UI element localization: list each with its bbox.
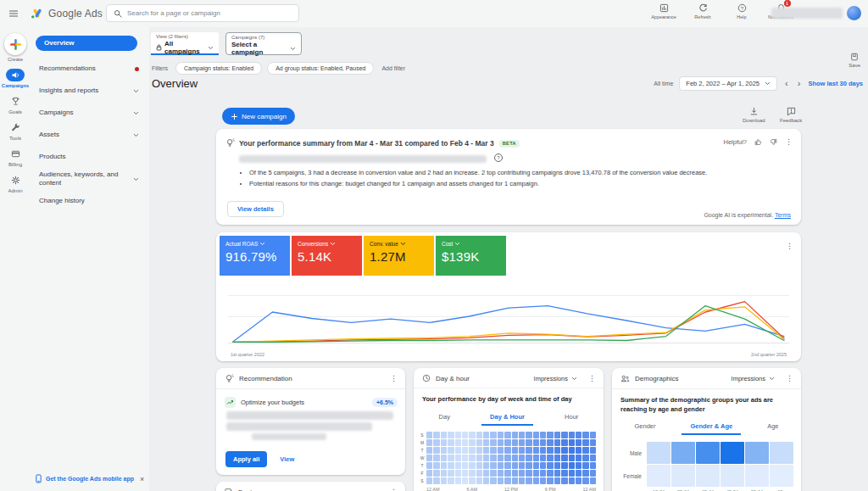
metric-tile-conversions[interactable]: Conversions5.14K [292, 236, 362, 276]
heatmap-cell[interactable] [426, 432, 432, 438]
heatmap-cell[interactable] [526, 432, 531, 438]
heatmap-cell[interactable] [561, 462, 567, 469]
heatmap-cell[interactable] [569, 447, 575, 454]
heatmap-cell[interactable] [569, 439, 575, 446]
apply-all-button[interactable]: Apply all [225, 451, 267, 467]
heatmap-cell[interactable] [533, 470, 539, 477]
heatmap-cell[interactable] [512, 432, 518, 438]
mobile-app-banner[interactable]: Get the Google Ads mobile app × [35, 474, 144, 483]
metric-tile-cost[interactable]: Cost$139K [436, 236, 506, 276]
heatmap-cell[interactable] [519, 470, 525, 477]
show-last-30-days-link[interactable]: Show last 30 days [808, 80, 863, 87]
sidenav-item-products[interactable]: Products [31, 146, 149, 168]
heatmap-cell[interactable] [519, 432, 525, 438]
heatmap-cell[interactable] [490, 447, 496, 454]
heatmap-cell[interactable] [554, 462, 560, 469]
heatmap-cell[interactable] [462, 477, 468, 484]
thumbs-up-button[interactable] [754, 138, 762, 146]
heatmap-cell[interactable] [462, 432, 468, 438]
heatmap-cell[interactable] [498, 439, 504, 446]
heatmap-cell[interactable] [770, 442, 793, 464]
heatmap-cell[interactable] [582, 477, 588, 484]
heatmap-cell[interactable] [582, 439, 588, 446]
heatmap-cell[interactable] [504, 462, 510, 469]
heatmap-cell[interactable] [540, 447, 546, 454]
next-period-button[interactable]: › [796, 79, 803, 88]
heatmap-cell[interactable] [433, 477, 439, 484]
day-hour-tab-hour[interactable]: Hour [556, 410, 587, 426]
add-filter-button[interactable]: Add filter [381, 65, 405, 71]
heatmap-cell[interactable] [519, 477, 525, 484]
sidenav-item-campaigns[interactable]: Campaigns [31, 102, 149, 124]
filter-chip[interactable]: Campaign status: Enabled [175, 62, 262, 75]
heatmap-cell[interactable] [547, 477, 553, 484]
campaign-select-dropdown[interactable]: Campaigns (7) Select a campaign [225, 32, 302, 55]
heatmap-cell[interactable] [469, 470, 475, 477]
heatmap-cell[interactable] [519, 455, 525, 461]
rail-item-admin[interactable]: Admin [6, 174, 25, 193]
heatmap-cell[interactable] [455, 462, 461, 469]
info-icon[interactable]: ? [494, 153, 503, 162]
heatmap-cell[interactable] [504, 470, 510, 477]
heatmap-cell[interactable] [576, 447, 581, 454]
heatmap-cell[interactable] [476, 447, 482, 454]
heatmap-cell[interactable] [561, 470, 567, 477]
heatmap-cell[interactable] [770, 465, 793, 487]
more-options-button[interactable]: ⋮ [786, 375, 793, 382]
heatmap-cell[interactable] [426, 470, 432, 477]
heatmap-cell[interactable] [455, 477, 461, 484]
heatmap-cell[interactable] [547, 470, 553, 477]
heatmap-cell[interactable] [483, 462, 489, 469]
heatmap-cell[interactable] [433, 432, 439, 438]
metric-tile-actual-roas[interactable]: Actual ROAS916.79% [220, 236, 290, 276]
view-filter-dropdown[interactable]: View (2 filters) All campaigns [151, 32, 219, 55]
heatmap-cell[interactable] [490, 439, 496, 446]
heatmap-cell[interactable] [590, 447, 596, 454]
heatmap-cell[interactable] [455, 439, 461, 446]
heatmap-cell[interactable] [483, 432, 489, 438]
heatmap-cell[interactable] [441, 470, 447, 477]
heatmap-cell[interactable] [582, 462, 588, 469]
heatmap-cell[interactable] [533, 462, 539, 469]
heatmap-cell[interactable] [745, 442, 769, 464]
heatmap-cell[interactable] [547, 455, 553, 461]
heatmap-cell[interactable] [476, 462, 482, 469]
heatmap-cell[interactable] [469, 462, 475, 469]
heatmap-cell[interactable] [504, 477, 510, 484]
view-details-button[interactable]: View details [227, 201, 284, 217]
heatmap-cell[interactable] [462, 462, 468, 469]
heatmap-cell[interactable] [448, 477, 453, 484]
metric-tile-conv-value[interactable]: Conv. value1.27M [364, 236, 434, 276]
heatmap-cell[interactable] [647, 465, 670, 487]
heatmap-cell[interactable] [462, 447, 468, 454]
heatmap-cell[interactable] [498, 470, 504, 477]
heatmap-cell[interactable] [476, 470, 482, 477]
heatmap-cell[interactable] [441, 432, 447, 438]
heatmap-cell[interactable] [533, 432, 539, 438]
heatmap-cell[interactable] [469, 477, 475, 484]
heatmap-cell[interactable] [569, 432, 575, 438]
heatmap-cell[interactable] [561, 455, 567, 461]
new-campaign-button[interactable]: New campaign [222, 108, 295, 125]
sidenav-item-audiences-keywords-and-content[interactable]: Audiences, keywords, and content [31, 168, 149, 190]
heatmap-cell[interactable] [448, 455, 453, 461]
heatmap-cell[interactable] [462, 470, 468, 477]
heatmap-cell[interactable] [533, 477, 539, 484]
heatmap-cell[interactable] [547, 447, 553, 454]
heatmap-cell[interactable] [426, 477, 432, 484]
heatmap-cell[interactable] [476, 477, 482, 484]
more-options-button[interactable]: ⋮ [390, 488, 398, 491]
rail-item-tools[interactable]: Tools [6, 121, 25, 141]
heatmap-cell[interactable] [540, 470, 546, 477]
heatmap-cell[interactable] [448, 470, 453, 477]
sidenav-item-assets[interactable]: Assets [31, 124, 149, 146]
help-button[interactable]: ?Help [725, 3, 759, 20]
search-input[interactable]: Search for a page or campaign [106, 4, 299, 22]
heatmap-cell[interactable] [426, 439, 432, 446]
avatar[interactable] [847, 6, 861, 20]
previous-period-button[interactable]: ‹ [783, 79, 790, 88]
heatmap-cell[interactable] [462, 455, 468, 461]
heatmap-cell[interactable] [433, 462, 439, 469]
heatmap-cell[interactable] [448, 432, 453, 438]
heatmap-cell[interactable] [490, 455, 496, 461]
